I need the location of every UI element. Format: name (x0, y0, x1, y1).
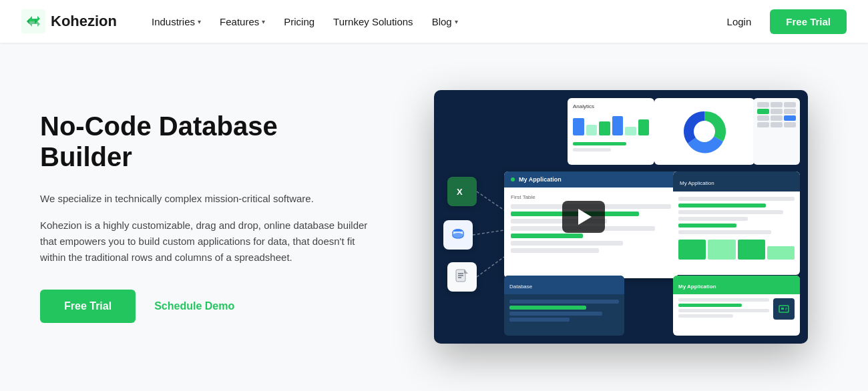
svg-line-16 (477, 191, 504, 210)
hero-section: No-Code Database Builder We specialize i… (0, 43, 868, 391)
dashboard-mockup: Analytics (434, 90, 808, 344)
svg-point-2 (694, 121, 715, 142)
nav-item-industries[interactable]: Industries ▾ (144, 11, 209, 33)
bar-item (599, 121, 610, 135)
bar-item (612, 116, 624, 135)
nav-item-blog[interactable]: Blog ▾ (424, 11, 466, 33)
screenshot-icon (773, 298, 795, 320)
bar-item (573, 118, 584, 135)
hero-content: No-Code Database Builder We specialize i… (40, 111, 374, 323)
nav-item-pricing[interactable]: Pricing (276, 11, 322, 33)
database-icon (443, 220, 473, 250)
hero-actions: Free Trial Schedule Demo (40, 290, 374, 323)
app-panel-title: My Application (519, 176, 562, 183)
excel-icon: X (447, 177, 477, 206)
bar-chart (573, 111, 649, 138)
svg-text:X: X (457, 187, 463, 197)
panel-right-app: My Application (673, 171, 800, 275)
nav-right: Login Free Trial (719, 9, 847, 34)
panel-calendar (753, 98, 800, 165)
play-triangle-icon (578, 209, 592, 225)
bar-item (638, 119, 650, 135)
video-play-button[interactable] (562, 201, 605, 233)
hero-desc-2: Kohezion is a highly customizable, drag … (40, 218, 374, 266)
panel-bottom-right: My Application (673, 276, 800, 336)
hero-desc-1: We specialize in technically complex mis… (40, 191, 374, 207)
logo-icon (21, 9, 45, 33)
nav-item-features[interactable]: Features ▾ (212, 11, 273, 33)
chevron-down-icon: ▾ (262, 18, 265, 25)
nav-item-turnkey[interactable]: Turnkey Solutions (325, 11, 421, 33)
svg-rect-4 (781, 308, 784, 310)
login-link[interactable]: Login (719, 11, 760, 33)
logo[interactable]: Kohezion (21, 9, 117, 33)
svg-line-17 (473, 230, 504, 235)
hero-visual: Analytics (414, 69, 828, 364)
hero-schedule-demo-link[interactable]: Schedule Demo (154, 300, 234, 312)
chevron-down-icon: ▾ (198, 18, 201, 25)
panel-bottom-left: Database (504, 276, 624, 336)
nav-free-trial-button[interactable]: Free Trial (770, 9, 847, 34)
logo-text: Kohezion (51, 13, 117, 30)
play-btn-bg[interactable] (562, 201, 605, 233)
chevron-down-icon: ▾ (455, 18, 458, 25)
pie-chart-svg (678, 105, 731, 158)
navbar: Kohezion Industries ▾ Features ▾ Pricing… (0, 0, 868, 43)
document-icon (447, 262, 477, 292)
svg-point-10 (453, 233, 463, 238)
bar-item (625, 127, 636, 135)
svg-line-18 (477, 257, 504, 277)
panel-pie-chart (654, 98, 754, 165)
bar-item (586, 125, 598, 135)
hero-free-trial-button[interactable]: Free Trial (40, 290, 136, 323)
nav-links: Industries ▾ Features ▾ Pricing Turnkey … (144, 11, 719, 33)
hero-title: No-Code Database Builder (40, 111, 374, 172)
panel-bar-chart: Analytics (568, 98, 654, 165)
